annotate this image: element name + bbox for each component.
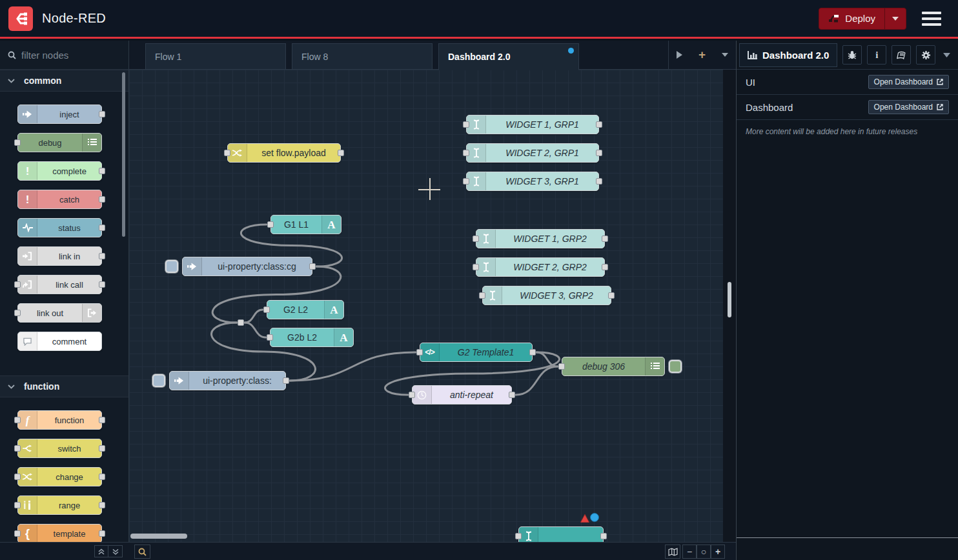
flow-node-w1g2[interactable]: WIDGET 1, GRP2 <box>476 229 605 248</box>
debug-toggle-button[interactable] <box>669 360 682 373</box>
tab-list-button[interactable] <box>722 53 728 57</box>
palette-node-debug[interactable]: debug <box>17 133 102 152</box>
input-port[interactable] <box>14 530 21 537</box>
flow-node-template[interactable]: </>G2 Template1 <box>420 343 533 362</box>
output-port[interactable] <box>283 377 289 384</box>
palette-node-template[interactable]: {template <box>17 524 102 542</box>
input-port[interactable] <box>479 292 485 299</box>
wire[interactable] <box>245 323 266 337</box>
sidebar-collapse-caret[interactable] <box>943 53 950 57</box>
output-port[interactable] <box>99 445 105 452</box>
output-port[interactable] <box>509 392 515 398</box>
search-flows-button[interactable] <box>134 545 150 559</box>
deploy-button[interactable]: Deploy <box>819 8 906 30</box>
output-port[interactable] <box>596 178 602 185</box>
palette-node-switch[interactable]: switch <box>17 439 102 458</box>
input-port[interactable] <box>463 178 469 185</box>
palette-node-link-out[interactable]: link out <box>17 303 102 323</box>
wire-junction[interactable] <box>238 319 244 326</box>
open-dashboard-button[interactable]: Open Dashboard <box>868 75 949 89</box>
debug-messages-button[interactable] <box>842 45 862 65</box>
palette-node-link-call[interactable]: link call <box>17 275 102 294</box>
expand-categories-button[interactable] <box>108 545 123 557</box>
category-header-function[interactable]: function <box>0 375 128 397</box>
input-port[interactable] <box>267 334 273 341</box>
palette-node-comment[interactable]: comment <box>17 332 102 351</box>
input-port[interactable] <box>463 121 469 128</box>
output-port[interactable] <box>309 263 316 270</box>
canvas-vertical-scroll-track[interactable] <box>723 70 736 542</box>
output-port[interactable] <box>338 150 344 156</box>
collapse-categories-button[interactable] <box>94 545 108 557</box>
zoom-reset-button[interactable]: ○ <box>697 545 711 559</box>
output-port[interactable] <box>602 235 608 242</box>
input-port[interactable] <box>263 306 270 313</box>
deploy-options-caret[interactable] <box>884 8 906 29</box>
palette-node-complete[interactable]: !complete <box>17 161 102 181</box>
output-port[interactable] <box>596 150 602 156</box>
palette-node-change[interactable]: change <box>17 467 102 486</box>
palette-node-catch[interactable]: !catch <box>17 190 102 209</box>
output-port[interactable] <box>99 253 105 259</box>
inject-button[interactable] <box>165 260 178 273</box>
output-port[interactable] <box>596 121 602 128</box>
input-port[interactable] <box>463 150 469 156</box>
palette-node-range[interactable]: range <box>17 495 102 515</box>
output-port[interactable] <box>99 168 105 174</box>
palette-node-inject[interactable]: inject <box>17 105 102 124</box>
flow-node-debug306[interactable]: debug 306 <box>562 357 665 376</box>
inject-button[interactable] <box>152 374 165 387</box>
flow-node-w3g1[interactable]: WIDGET 3, GRP1 <box>466 172 599 191</box>
output-port[interactable] <box>99 502 105 508</box>
zoom-out-button[interactable]: − <box>682 545 697 559</box>
flow-node-g1l1[interactable]: AG1 L1 <box>270 215 341 234</box>
flow-node-g2bl2[interactable]: AG2b L2 <box>270 328 354 347</box>
wire[interactable] <box>245 310 263 323</box>
flow-node-inject1[interactable]: ui-property:class:cg <box>182 257 312 276</box>
next-tab-button[interactable] <box>677 51 682 59</box>
input-port[interactable] <box>14 310 21 316</box>
sidebar-tab-dashboard[interactable]: Dashboard 2.0 <box>739 43 837 67</box>
input-port[interactable] <box>14 502 21 508</box>
navigator-button[interactable] <box>665 545 680 559</box>
output-port[interactable] <box>602 264 608 270</box>
main-menu-button[interactable] <box>922 12 941 26</box>
output-port[interactable] <box>99 530 105 537</box>
flow-node-antirepeat[interactable]: anti-repeat <box>412 385 512 405</box>
input-port[interactable] <box>224 150 230 156</box>
input-port[interactable] <box>14 417 21 423</box>
flow-node-w2g1[interactable]: WIDGET 2, GRP1 <box>466 143 599 163</box>
output-port[interactable] <box>99 474 105 480</box>
help-button[interactable] <box>892 45 911 65</box>
flow-node-w1g1[interactable]: WIDGET 1, GRP1 <box>466 115 599 134</box>
input-port[interactable] <box>416 349 423 355</box>
output-port[interactable] <box>608 292 615 299</box>
input-port[interactable] <box>515 533 522 539</box>
open-dashboard-button[interactable]: Open Dashboard <box>868 100 949 114</box>
input-port[interactable] <box>14 281 21 288</box>
output-port[interactable] <box>99 111 105 117</box>
flow-node-inject2[interactable]: ui-property:class: <box>169 371 286 390</box>
palette-search[interactable] <box>0 41 128 70</box>
output-port[interactable] <box>99 225 105 231</box>
input-port[interactable] <box>558 363 565 370</box>
palette-scrollbar[interactable] <box>122 72 125 237</box>
category-header-common[interactable]: common <box>0 70 128 92</box>
input-port[interactable] <box>409 392 415 398</box>
zoom-in-button[interactable]: + <box>711 545 725 559</box>
flow-tab-Flow-1[interactable]: Flow 1 <box>145 43 286 70</box>
palette-node-function[interactable]: ffunction <box>17 410 102 430</box>
palette-node-status[interactable]: status <box>17 218 102 237</box>
input-port[interactable] <box>14 474 21 480</box>
info-button[interactable]: i <box>867 45 886 65</box>
canvas-vertical-scroll-thumb[interactable] <box>728 282 731 317</box>
flow-tab-Dashboard-2.0[interactable]: Dashboard 2.0 <box>438 43 579 70</box>
config-nodes-button[interactable] <box>916 45 935 65</box>
filter-nodes-input[interactable] <box>21 50 112 61</box>
flow-canvas[interactable]: set flow.payloadWIDGET 1, GRP1WIDGET 2, … <box>129 70 723 542</box>
flow-node-set_payload[interactable]: set flow.payload <box>227 143 341 163</box>
input-port[interactable] <box>14 139 21 146</box>
flow-tab-Flow-8[interactable]: Flow 8 <box>292 43 433 70</box>
input-port[interactable] <box>14 445 21 452</box>
flow-node-w2g2[interactable]: WIDGET 2, GRP2 <box>476 257 605 277</box>
